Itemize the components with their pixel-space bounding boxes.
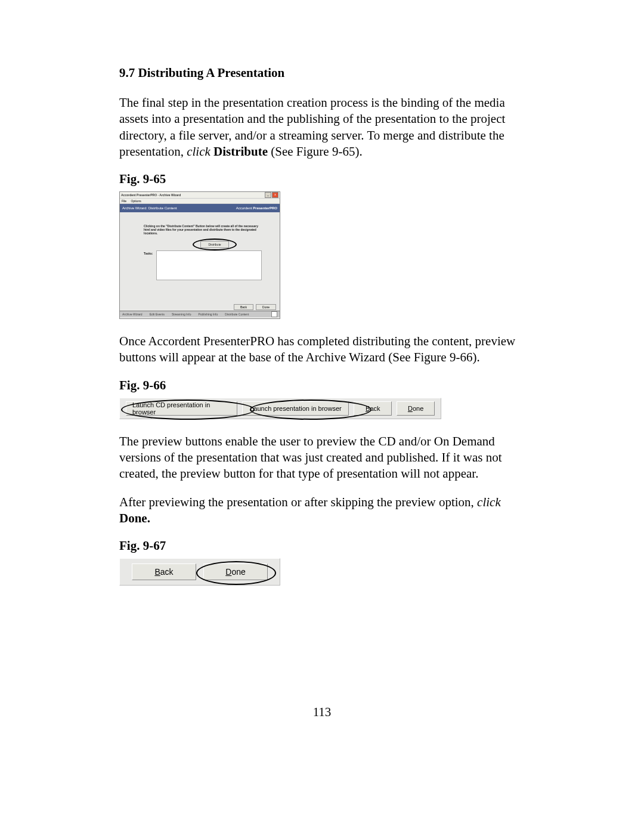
text-italic: click bbox=[477, 495, 501, 509]
document-page: 9.7 Distributing A Presentation The fina… bbox=[0, 0, 644, 833]
mnemonic: D bbox=[225, 567, 231, 577]
window-controls: _ x bbox=[265, 192, 278, 198]
minimize-button[interactable]: _ bbox=[265, 192, 271, 198]
tab-distribute-content[interactable]: Distribute Content bbox=[225, 312, 249, 316]
mnemonic: B bbox=[366, 405, 370, 412]
launch-presentation-button[interactable]: Launch presentation in browser bbox=[242, 401, 349, 416]
distribute-button[interactable]: Distribute bbox=[200, 241, 228, 248]
page-number: 113 bbox=[0, 705, 644, 720]
back-button[interactable]: Back bbox=[132, 563, 196, 580]
menu-bar: File Options bbox=[120, 199, 280, 204]
paragraph-1: The final step in the presentation creat… bbox=[119, 95, 525, 160]
figure-caption-67: Fig. 9-67 bbox=[119, 538, 525, 553]
mnemonic: B bbox=[154, 567, 160, 577]
text: ack bbox=[370, 405, 380, 412]
wizard-content: Clicking on the "Distribute Content" But… bbox=[120, 212, 280, 283]
figure-caption-65: Fig. 9-65 bbox=[119, 172, 525, 187]
paragraph-4: After previewing the presentation or aft… bbox=[119, 494, 525, 527]
wizard-tab-bar: Archive Wizard Edit Events Streaming Inf… bbox=[120, 311, 280, 317]
wizard-tabs: Archive Wizard Edit Events Streaming Inf… bbox=[122, 312, 249, 316]
close-button[interactable]: x bbox=[272, 192, 278, 198]
instruction-text: Clicking on the "Distribute Content" But… bbox=[144, 224, 262, 235]
tab-archive-wizard[interactable]: Archive Wizard bbox=[122, 312, 143, 316]
back-button[interactable]: Back bbox=[354, 401, 392, 416]
section-heading: 9.7 Distributing A Presentation bbox=[119, 66, 525, 80]
menu-options[interactable]: Options bbox=[131, 199, 141, 203]
wizard-step-title: Archive Wizard: Distribute Content bbox=[122, 206, 177, 210]
menu-file[interactable]: File bbox=[122, 199, 126, 203]
wizard-button-row: Back Done bbox=[234, 304, 276, 310]
window-titlebar: Accordent PresenterPRO - Archive Wizard … bbox=[120, 192, 280, 199]
done-button[interactable]: Done bbox=[397, 401, 435, 416]
text-bold: Done. bbox=[119, 511, 150, 525]
text: After previewing the presentation or aft… bbox=[119, 495, 477, 509]
text: ack bbox=[160, 567, 174, 577]
figure-9-65: Accordent PresenterPRO - Archive Wizard … bbox=[119, 191, 280, 319]
tab-publishing-info[interactable]: Publishing Info bbox=[198, 312, 218, 316]
figure-9-67: Back Done bbox=[119, 558, 280, 586]
tasks-output-box bbox=[156, 250, 262, 280]
brand-text-b: PresenterPRO bbox=[253, 206, 277, 210]
mnemonic: D bbox=[408, 405, 413, 412]
distribute-button-wrap: Distribute bbox=[168, 241, 262, 248]
text-bold: Distribute bbox=[210, 144, 268, 159]
paragraph-3: The preview buttons enable the user to p… bbox=[119, 433, 525, 482]
done-button[interactable]: Done bbox=[256, 304, 276, 310]
wizard-header-bar: Archive Wizard: Distribute Content Accor… bbox=[120, 204, 280, 212]
done-button[interactable]: Done bbox=[203, 563, 268, 580]
text: one bbox=[231, 567, 245, 577]
back-button[interactable]: Back bbox=[234, 304, 253, 310]
window-title: Accordent PresenterPRO - Archive Wizard bbox=[121, 193, 181, 197]
logo-icon bbox=[271, 311, 277, 317]
tab-streaming-info[interactable]: Streaming Info bbox=[172, 312, 191, 316]
text: (See Figure 9-65). bbox=[268, 144, 363, 159]
brand-label: Accordent PresenterPRO bbox=[236, 206, 277, 210]
text-italic: click bbox=[187, 144, 210, 159]
tasks-row: Tasks: bbox=[144, 250, 262, 280]
tasks-label: Tasks: bbox=[144, 250, 153, 255]
brand-text-a: Accordent bbox=[236, 206, 253, 210]
paragraph-2: Once Accordent PresenterPRO has complete… bbox=[119, 333, 525, 366]
launch-cd-presentation-button[interactable]: Launch CD presentation in browser bbox=[126, 401, 237, 416]
tab-edit-events[interactable]: Edit Events bbox=[150, 312, 165, 316]
figure-9-66: Launch CD presentation in browser Launch… bbox=[119, 398, 441, 419]
figure-caption-66: Fig. 9-66 bbox=[119, 378, 525, 393]
text: one bbox=[413, 405, 423, 412]
